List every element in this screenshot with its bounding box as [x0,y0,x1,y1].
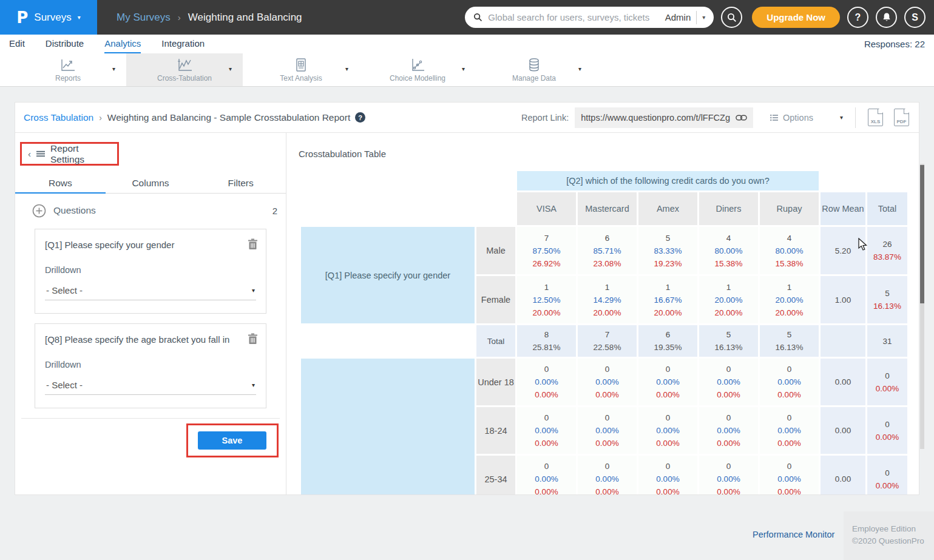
report-card: Cross Tabulation Weighting and Balancing… [15,102,919,495]
tab-filters[interactable]: Filters [195,174,286,194]
account-avatar[interactable]: S [904,7,926,28]
save-button[interactable]: Save [198,431,266,450]
search-submit-button[interactable] [721,7,742,28]
crosstab-row-total: 00.00% [867,359,907,405]
crosstab-cell: 480.00%15.38% [760,227,819,274]
divider [696,11,697,24]
crosstab-row-mean: 1.00 [821,276,865,323]
breadcrumb-separator-icon [178,12,181,22]
search-scope-label[interactable]: Admin [665,12,691,22]
help-button[interactable]: ? [847,7,868,28]
crosstab-cell: 00.00%0.00% [699,407,758,454]
toolbar-cross-tabulation[interactable]: Cross-Tabulation [126,53,243,86]
tab-integration[interactable]: Integration [161,35,205,53]
report-settings-label: Report Settings [50,143,111,165]
survey-nav: Edit Distribute Analytics Integration Re… [0,35,934,53]
crosstab-cell: 00.00%0.00% [578,456,637,494]
crosstab-row-total: 516.13% [867,276,907,323]
drilldown-label: Drilldown [45,360,256,369]
edition-line1: Employee Edition [852,523,934,535]
report-settings-toggle[interactable]: Report Settings [20,142,119,166]
crosstab-cell: 00.00%0.00% [699,359,758,405]
toolbar-text-analysis[interactable]: Text Analysis [243,53,359,86]
search-scope-caret-icon[interactable] [702,14,705,21]
report-link-label: Report Link: [521,113,569,123]
crosstab-col-header: Mastercard [578,192,637,225]
toolbar-choice-modelling[interactable]: Choice Modelling [359,53,476,86]
toolbar-reports[interactable]: Reports [10,53,126,86]
tab-distribute[interactable]: Distribute [46,35,84,53]
cross-tabulation-breadcrumb-link[interactable]: Cross Tabulation [24,112,93,123]
responses-count[interactable]: Responses: 22 [864,35,925,53]
crosstab-cell: 120.00%20.00% [760,276,819,323]
delete-question-button[interactable] [248,333,258,347]
report-header-bar: Cross Tabulation Weighting and Balancing… [15,103,919,133]
crosstab-row-label: 25-34 [476,456,515,494]
add-question-icon[interactable] [32,204,46,218]
crosstab-col-header: Rupay [760,192,819,225]
crosstab-row-total: 00.00% [867,407,907,454]
options-label: Options [783,113,813,123]
manage-data-caret-icon[interactable] [578,66,581,72]
question-label: [Q8] Please specify the age bracket you … [45,334,256,345]
tab-analytics[interactable]: Analytics [104,35,141,53]
toolbar-cross-tabulation-label: Cross-Tabulation [157,74,212,83]
divider [21,418,280,419]
crosstab-total-cell: 825.81% [517,325,576,357]
tab-rows[interactable]: Rows [15,174,106,194]
product-menu[interactable]: P Surveys [0,0,97,35]
crosstab-row-label: Under 18 [476,359,515,405]
pdf-icon: PDF [895,119,909,124]
chevron-down-icon [252,382,255,388]
crosstab-cell: 116.67%20.00% [638,276,697,323]
toolbar-manage-data[interactable]: Manage Data [476,53,592,86]
options-menu[interactable]: Options [770,113,813,123]
options-caret-icon[interactable] [840,114,843,121]
crosstab-cell: 00.00%0.00% [638,407,697,454]
report-settings-panel: Report Settings Rows Columns Filters Que… [15,133,286,494]
drilldown-select[interactable]: - Select - [45,377,256,395]
reports-caret-icon[interactable] [112,66,115,72]
crosstab-table: [Q2] which of the following credit cards… [299,169,909,494]
crosstab-cell: 00.00%0.00% [638,456,697,494]
delete-question-button[interactable] [248,238,258,252]
avatar-initial: S [912,12,918,23]
breadcrumb-survey-title: Weighting and Balancing [188,12,302,24]
crosstab-row-total: 00.00% [867,456,907,494]
tab-edit[interactable]: Edit [9,35,25,53]
chevron-down-icon [78,14,81,21]
vertical-scrollbar[interactable] [920,164,924,449]
crosstab-row-mean: 0.00 [821,456,865,494]
choice-modelling-caret-icon[interactable] [462,66,465,72]
crosstab-row-mean-header: Row Mean [821,192,865,225]
performance-monitor-link[interactable]: Performance Monitor [753,530,834,539]
database-icon [527,58,541,72]
questions-header: Questions 2 [32,201,277,220]
crosstab-cell: 112.50%20.00% [517,276,576,323]
notifications-button[interactable] [876,7,897,28]
trash-icon [248,333,258,345]
crosstab-row-mean: 0.00 [821,407,865,454]
export-xls-button[interactable]: XLS [868,109,883,126]
toolbar-text-analysis-label: Text Analysis [280,74,322,83]
crosstab-cell: 120.00%20.00% [699,276,758,323]
cross-tabulation-caret-icon[interactable] [229,66,232,72]
crosstab-cell: 114.29%20.00% [578,276,637,323]
scrollbar-thumb[interactable] [920,165,924,303]
drilldown-select[interactable]: - Select - [45,282,256,300]
tab-columns[interactable]: Columns [106,174,196,194]
chevron-down-icon [252,287,255,294]
breadcrumb: My Surveys Weighting and Balancing [117,12,302,24]
report-link-box[interactable]: https://www.questionpro.com/t/lFFCZg [575,107,753,128]
crosstab-total-cell: 516.13% [760,325,819,357]
global-search-input[interactable] [488,12,659,22]
report-help-icon[interactable]: ? [355,112,365,123]
edition-footer: Employee Edition ©2020 QuestionPro [844,511,934,560]
report-link-url[interactable]: https://www.questionpro.com/t/lFFCZg [581,113,730,123]
breadcrumb-my-surveys[interactable]: My Surveys [117,12,171,24]
crosstab-cell: 00.00%0.00% [760,359,819,405]
export-pdf-button[interactable]: PDF [894,109,909,126]
upgrade-now-button[interactable]: Upgrade Now [752,7,840,28]
top-header: P Surveys My Surveys Weighting and Balan… [0,0,934,35]
text-analysis-caret-icon[interactable] [345,66,348,72]
